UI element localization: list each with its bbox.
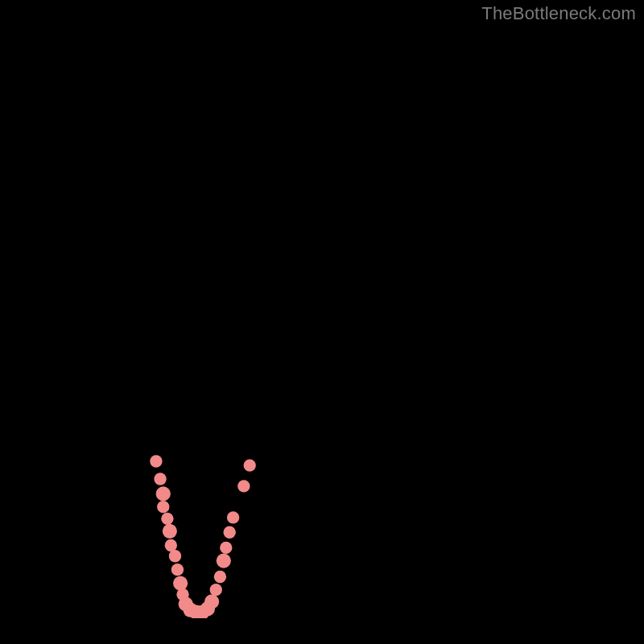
scatter-point: [163, 524, 177, 539]
scatter-group: [150, 455, 256, 618]
scatter-point: [223, 526, 235, 539]
scatter-point: [157, 501, 169, 513]
scatter-point: [214, 571, 226, 583]
scatter-point: [220, 542, 232, 554]
scatter-point: [227, 511, 239, 523]
chart-frame: TheBottleneck.com: [0, 0, 644, 644]
watermark-text: TheBottleneck.com: [481, 3, 636, 24]
scatter-point: [156, 486, 171, 501]
scatter-point: [210, 584, 222, 596]
scatter-point: [237, 480, 250, 492]
bottleneck-curve: [61, 26, 618, 616]
scatter-point: [217, 554, 231, 568]
chart-svg: [26, 26, 618, 618]
scatter-point: [173, 576, 188, 590]
scatter-point: [150, 455, 162, 467]
plot-area: [26, 26, 618, 618]
scatter-point: [244, 459, 256, 471]
scatter-point: [171, 564, 184, 576]
scatter-point: [204, 594, 219, 609]
scatter-point: [165, 539, 177, 551]
scatter-point: [161, 513, 173, 525]
scatter-point: [154, 473, 166, 485]
scatter-point: [169, 550, 181, 562]
curve-group: [61, 26, 618, 616]
